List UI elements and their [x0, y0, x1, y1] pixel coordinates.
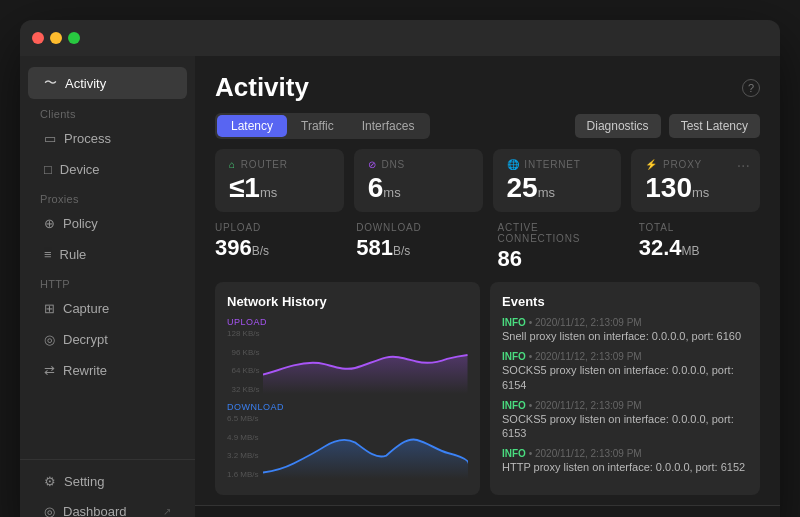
sidebar-item-label: Process: [64, 131, 111, 146]
dashboard-icon: ◎: [44, 504, 55, 517]
main-window: 〜 Activity Clients ▭ Process □ Device Pr…: [20, 20, 780, 517]
sidebar-item-setting[interactable]: ⚙ Setting: [28, 467, 187, 496]
sidebar-item-process[interactable]: ▭ Process: [28, 124, 187, 153]
latency-cards: ⌂ ROUTER ≤1ms ⊘ DNS 6ms: [195, 149, 780, 222]
rule-icon: ≡: [44, 247, 52, 262]
sidebar-bottom: ⚙ Setting ◎ Dashboard ↗: [20, 459, 195, 517]
events-list: INFO • 2020/11/12, 2:13:09 PM Snell prox…: [502, 317, 748, 475]
sidebar-section-http: HTTP: [20, 270, 195, 293]
diagnostics-button[interactable]: Diagnostics: [575, 114, 661, 138]
router-label: ⌂ ROUTER: [229, 159, 330, 170]
events-title: Events: [502, 294, 748, 309]
internet-label: 🌐 INTERNET: [507, 159, 608, 170]
latency-card-internet: 🌐 INTERNET 25ms: [493, 149, 622, 212]
decrypt-icon: ◎: [44, 332, 55, 347]
help-icon[interactable]: ?: [742, 79, 760, 97]
sidebar-item-label: Decrypt: [63, 332, 108, 347]
main-container: 〜 Activity Clients ▭ Process □ Device Pr…: [20, 56, 780, 517]
metric-download: DOWNLOAD 581B/s: [356, 222, 477, 272]
sidebar: 〜 Activity Clients ▭ Process □ Device Pr…: [20, 56, 195, 517]
test-latency-button[interactable]: Test Latency: [669, 114, 760, 138]
sidebar-item-activity[interactable]: 〜 Activity: [28, 67, 187, 99]
tab-interfaces[interactable]: Interfaces: [348, 115, 429, 137]
sidebar-item-dashboard[interactable]: ◎ Dashboard ↗: [28, 497, 187, 517]
process-icon: ▭: [44, 131, 56, 146]
tab-traffic[interactable]: Traffic: [287, 115, 348, 137]
title-bar: [20, 20, 780, 56]
sidebar-section-proxies: Proxies: [20, 185, 195, 208]
event-item-0: INFO • 2020/11/12, 2:13:09 PM Snell prox…: [502, 317, 748, 343]
external-link-icon: ↗: [163, 506, 171, 517]
traffic-lights: [32, 32, 80, 44]
events-panel: Events INFO • 2020/11/12, 2:13:09 PM Sne…: [490, 282, 760, 495]
upload-value: 396B/s: [215, 235, 336, 261]
page-title: Activity: [215, 72, 309, 103]
event-item-2: INFO • 2020/11/12, 2:13:09 PM SOCKS5 pro…: [502, 400, 748, 441]
latency-card-proxy: ··· ⚡ Proxy 130ms: [631, 149, 760, 212]
metric-total: TOTAL 32.4MB: [639, 222, 760, 272]
close-button[interactable]: [32, 32, 44, 44]
network-history: Network History UPLOAD 128 KB/s 96 KB/s …: [215, 282, 480, 495]
policy-icon: ⊕: [44, 216, 55, 231]
rewrite-icon: ⇄: [44, 363, 55, 378]
sidebar-item-label: Device: [60, 162, 100, 177]
router-value: ≤1ms: [229, 174, 330, 202]
sidebar-item-capture[interactable]: ⊞ Capture: [28, 294, 187, 323]
sidebar-item-label: Policy: [63, 216, 98, 231]
content-area: Activity ? Latency Traffic Interfaces Di…: [195, 56, 780, 517]
latency-card-router: ⌂ ROUTER ≤1ms: [215, 149, 344, 212]
sidebar-item-label: Capture: [63, 301, 109, 316]
tabs-right: Diagnostics Test Latency: [575, 114, 760, 138]
sidebar-item-label: Dashboard: [63, 504, 127, 517]
tabs-left: Latency Traffic Interfaces: [215, 113, 430, 139]
sidebar-item-label: Rule: [60, 247, 87, 262]
sidebar-item-decrypt[interactable]: ◎ Decrypt: [28, 325, 187, 354]
content-header: Activity ?: [195, 56, 780, 113]
upload-chart: UPLOAD 128 KB/s 96 KB/s 64 KB/s 32 KB/s: [227, 317, 468, 398]
sidebar-item-policy[interactable]: ⊕ Policy: [28, 209, 187, 238]
dns-value: 6ms: [368, 174, 469, 202]
latency-card-dns: ⊘ DNS 6ms: [354, 149, 483, 212]
maximize-button[interactable]: [68, 32, 80, 44]
more-icon[interactable]: ···: [737, 157, 750, 175]
internet-icon: 🌐: [507, 159, 520, 170]
bottom-section: Network History UPLOAD 128 KB/s 96 KB/s …: [195, 282, 780, 505]
sidebar-item-label: Activity: [65, 76, 106, 91]
download-chart: DOWNLOAD 6.5 MB/s 4.9 MB/s 3.2 MB/s 1.6 …: [227, 402, 468, 483]
sidebar-item-label: Setting: [64, 474, 104, 489]
total-value: 32.4MB: [639, 235, 760, 261]
dns-icon: ⊘: [368, 159, 377, 170]
sidebar-section-clients: Clients: [20, 100, 195, 123]
event-item-1: INFO • 2020/11/12, 2:13:09 PM SOCKS5 pro…: [502, 351, 748, 392]
network-history-title: Network History: [227, 294, 468, 309]
dns-label: ⊘ DNS: [368, 159, 469, 170]
download-value: 581B/s: [356, 235, 477, 261]
tab-latency[interactable]: Latency: [217, 115, 287, 137]
capture-icon: ⊞: [44, 301, 55, 316]
minimize-button[interactable]: [50, 32, 62, 44]
event-item-3: INFO • 2020/11/12, 2:13:09 PM HTTP proxy…: [502, 448, 748, 474]
device-icon: □: [44, 162, 52, 177]
metrics-row: UPLOAD 396B/s DOWNLOAD 581B/s ACTIVE CON…: [195, 222, 780, 282]
status-bar: System Proxy Enhanced Mode: [195, 505, 780, 517]
sidebar-item-label: Rewrite: [63, 363, 107, 378]
sidebar-item-rule[interactable]: ≡ Rule: [28, 240, 187, 269]
upload-chart-svg: [263, 329, 468, 394]
metric-connections: ACTIVE CONNECTIONS 86: [498, 222, 619, 272]
proxy-value: 130ms: [645, 174, 746, 202]
tabs-row: Latency Traffic Interfaces Diagnostics T…: [195, 113, 780, 149]
metric-upload: UPLOAD 396B/s: [215, 222, 336, 272]
connections-value: 86: [498, 246, 619, 272]
proxy-icon: ⚡: [645, 159, 658, 170]
sidebar-item-device[interactable]: □ Device: [28, 155, 187, 184]
sidebar-item-rewrite[interactable]: ⇄ Rewrite: [28, 356, 187, 385]
router-icon: ⌂: [229, 159, 236, 170]
activity-icon: 〜: [44, 74, 57, 92]
proxy-label: ⚡ Proxy: [645, 159, 746, 170]
setting-icon: ⚙: [44, 474, 56, 489]
internet-value: 25ms: [507, 174, 608, 202]
download-chart-svg: [263, 414, 468, 479]
